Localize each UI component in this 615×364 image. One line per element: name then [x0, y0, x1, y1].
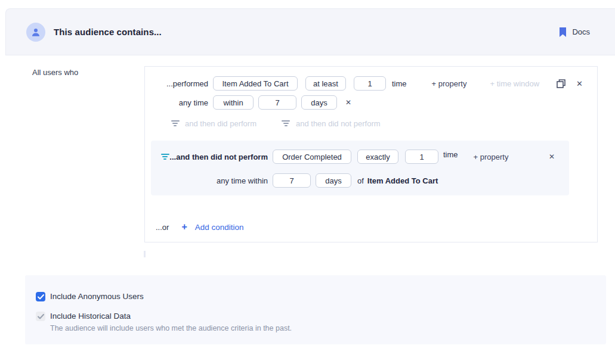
window-value-input[interactable] — [258, 95, 296, 110]
sequence-options-row: and then did perform and then did not pe… — [154, 119, 583, 128]
or-label: ...or — [156, 223, 169, 232]
historical-data-row: Include Historical Data The audience wil… — [36, 312, 606, 332]
filter-icon — [282, 120, 290, 126]
nested-remove-button[interactable]: ✕ — [549, 153, 555, 160]
nested-condition-card: ...and then did not perform Order Comple… — [151, 141, 569, 195]
performed-label: ...performed — [154, 79, 208, 88]
anonymous-users-row: Include Anonymous Users — [36, 292, 606, 301]
time-window-row: any time within days ✕ — [154, 95, 583, 110]
count-input[interactable] — [354, 76, 386, 91]
docs-label: Docs — [572, 27, 590, 36]
audience-options-panel: Include Anonymous Users Include Historic… — [25, 275, 606, 344]
plus-icon: + — [181, 222, 187, 232]
nested-window-value-input[interactable] — [273, 173, 311, 188]
nested-row-2: any time within days of Item Added To Ca… — [160, 173, 555, 188]
docs-link[interactable]: Docs — [559, 27, 590, 37]
include-historical-label: Include Historical Data — [50, 312, 292, 321]
bookmark-icon — [559, 27, 567, 37]
nested-count-input[interactable] — [405, 150, 438, 164]
any-time-label: any time — [154, 98, 208, 107]
remove-condition-button[interactable]: ✕ — [576, 80, 583, 88]
and-then-did-perform-label: and then did perform — [185, 119, 256, 128]
nested-time-label: time — [443, 150, 458, 159]
nested-operator-select[interactable]: exactly — [357, 150, 398, 164]
nested-row-1: ...and then did not perform Order Comple… — [160, 150, 555, 164]
duplicate-icon — [557, 79, 565, 88]
of-label: of — [357, 176, 364, 185]
filter-icon — [171, 120, 180, 126]
include-historical-description: The audience will include users who met … — [50, 324, 292, 332]
time-label: time — [392, 79, 407, 88]
condition-card: ...performed Item Added To Cart at least… — [144, 66, 598, 242]
add-time-window-button: + time window — [490, 79, 539, 88]
nested-event-select[interactable]: Order Completed — [273, 150, 351, 164]
and-then-did-not-perform-option[interactable]: and then did not perform — [282, 119, 381, 128]
check-icon — [38, 314, 44, 319]
include-historical-checkbox — [36, 312, 45, 321]
operator-select[interactable]: at least — [305, 76, 346, 91]
page-title: This audience contains... — [54, 27, 162, 37]
nested-window-unit-select[interactable]: days — [316, 173, 351, 188]
include-anonymous-label: Include Anonymous Users — [50, 292, 144, 301]
header-bar: This audience contains... Docs — [5, 8, 615, 55]
and-then-did-perform-option[interactable]: and then did perform — [171, 119, 256, 128]
duplicate-condition-button[interactable] — [557, 79, 565, 88]
include-anonymous-checkbox[interactable] — [36, 292, 45, 301]
window-unit-select[interactable]: days — [301, 95, 337, 110]
person-icon — [30, 27, 41, 38]
reference-event-label: Item Added To Cart — [367, 176, 438, 185]
check-icon — [38, 294, 44, 300]
user-avatar — [26, 23, 45, 42]
add-condition-button[interactable]: + Add condition — [181, 222, 243, 232]
remove-time-window-button[interactable]: ✕ — [345, 99, 351, 106]
funnel-filter-icon — [160, 154, 169, 160]
add-condition-row: ...or + Add condition — [154, 220, 583, 234]
within-select[interactable]: within — [213, 95, 254, 110]
connector-stub — [144, 251, 146, 257]
all-users-who-label: All users who — [32, 68, 78, 77]
and-then-did-not-perform-label: and then did not perform — [296, 119, 381, 128]
add-condition-label: Add condition — [195, 223, 244, 232]
nested-condition-title: ...and then did not perform — [169, 153, 268, 161]
add-property-button[interactable]: + property — [432, 79, 467, 88]
event-select[interactable]: Item Added To Cart — [213, 76, 298, 91]
audience-builder-page: This audience contains... Docs All users… — [0, 0, 615, 364]
performed-row: ...performed Item Added To Cart at least… — [154, 76, 583, 91]
nested-add-property-button[interactable]: + property — [474, 153, 509, 161]
any-time-within-label: any time within — [160, 176, 268, 185]
